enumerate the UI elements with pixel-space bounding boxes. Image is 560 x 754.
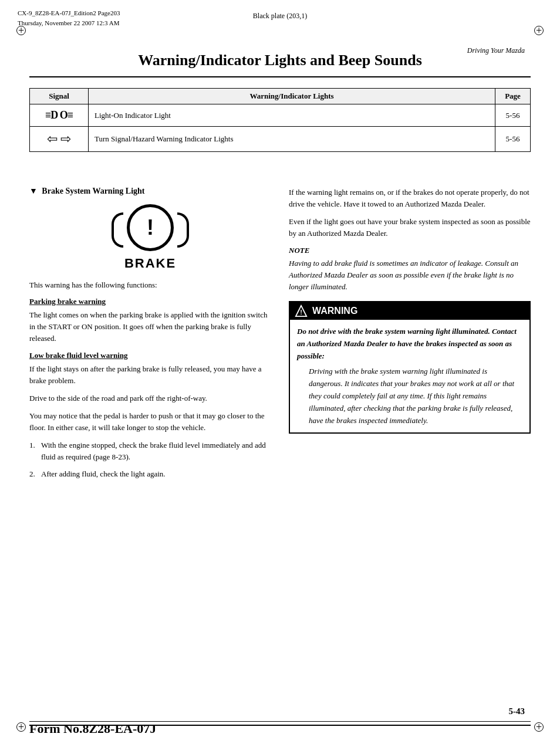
col-header-signal: Signal bbox=[30, 89, 89, 104]
title-rule bbox=[29, 76, 531, 77]
list-item-2: 2. After adding fluid, check the light a… bbox=[29, 468, 271, 480]
turn-signal-icon: ⇦ ⇨ bbox=[47, 131, 72, 146]
warning-triangle-icon: ! bbox=[295, 305, 308, 317]
signal-cell-2: ⇦ ⇨ bbox=[30, 127, 89, 152]
main-content: Brake System Warning Light BRAKE This wa… bbox=[29, 187, 531, 485]
list-item-1: 1. With the engine stopped, check the br… bbox=[29, 439, 271, 463]
page-cell-2: 5-56 bbox=[495, 127, 531, 152]
arc-left bbox=[112, 212, 123, 248]
low-fluid-heading: Low brake fluid level warning bbox=[29, 351, 271, 360]
warning-indent-text: Driving with the brake system warning li… bbox=[297, 366, 522, 427]
note-heading: NOTE bbox=[289, 246, 531, 255]
parking-brake-heading: Parking brake warning bbox=[29, 297, 271, 306]
page-wrapper: CX-9_8Z28-EA-07J_Edition2 Page203 Thursd… bbox=[0, 0, 560, 754]
right-column: If the warning light remains on, or if t… bbox=[289, 187, 531, 485]
header-plate: Black plate (203,1) bbox=[0, 12, 560, 21]
light-on-icon: ≡D O≡ bbox=[45, 109, 73, 121]
svg-text:!: ! bbox=[300, 309, 302, 316]
light-goes-out-text: Even if the light goes out have your bra… bbox=[289, 216, 531, 239]
warning-label: WARNING bbox=[312, 306, 357, 316]
reg-mark-bottom-right bbox=[534, 722, 544, 732]
drive-side-text: Drive to the side of the road and park o… bbox=[29, 393, 271, 404]
footer-page-number: 5-43 bbox=[509, 706, 525, 716]
warning-header: ! WARNING bbox=[290, 302, 529, 320]
low-fluid-text: If the light stays on after the parking … bbox=[29, 363, 271, 387]
intro-text: This warning has the following functions… bbox=[29, 279, 271, 291]
desc-cell-1: Light-On Indicator Light bbox=[89, 104, 495, 127]
section-main-title: Warning/Indicator Lights and Beep Sounds bbox=[0, 52, 560, 69]
table-row: ⇦ ⇨ Turn Signal/Hazard Warning Indicator… bbox=[30, 127, 531, 152]
warning-box: ! WARNING Do not drive with the brake sy… bbox=[289, 301, 531, 434]
brake-section-heading: Brake System Warning Light bbox=[29, 187, 271, 196]
brake-wrapper bbox=[112, 204, 189, 256]
table-row: ≡D O≡ Light-On Indicator Light 5-56 bbox=[30, 104, 531, 127]
brake-exclamation-circle bbox=[127, 204, 174, 251]
warning-body-text: Do not drive with the brake system warni… bbox=[297, 326, 522, 362]
brake-icon-container: BRAKE bbox=[29, 204, 271, 271]
reg-mark-bottom-left bbox=[16, 722, 26, 732]
footer-form-number: Form No.8Z28-EA-07J bbox=[29, 721, 156, 736]
col-header-page: Page bbox=[495, 89, 531, 104]
page-cell-1: 5-56 bbox=[495, 104, 531, 127]
desc-cell-2: Turn Signal/Hazard Warning Indicator Lig… bbox=[89, 127, 495, 152]
left-column: Brake System Warning Light BRAKE This wa… bbox=[29, 187, 271, 485]
brake-label: BRAKE bbox=[29, 256, 271, 271]
reg-mark-top-right bbox=[534, 26, 544, 35]
col-header-warning: Warning/Indicator Lights bbox=[89, 89, 495, 104]
warning-light-text: If the warning light remains on, or if t… bbox=[289, 187, 531, 210]
indicator-table: Signal Warning/Indicator Lights Page ≡D … bbox=[29, 88, 531, 152]
brake-symbol-center bbox=[127, 204, 174, 256]
signal-cell-1: ≡D O≡ bbox=[30, 104, 89, 127]
pedal-text: You may notice that the pedal is harder … bbox=[29, 410, 271, 434]
note-text: Having to add brake fluid is sometimes a… bbox=[289, 258, 531, 293]
parking-brake-text: The light comes on when the parking brak… bbox=[29, 309, 271, 344]
arc-right bbox=[177, 212, 189, 248]
